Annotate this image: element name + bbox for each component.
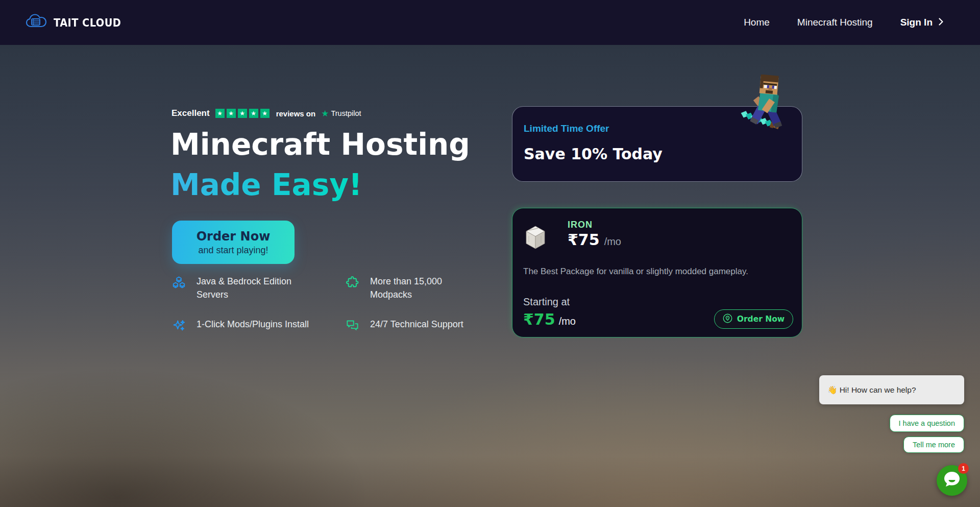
sparkles-icon (172, 319, 186, 332)
feature-label: 1-Click Mods/Plugins Install (197, 318, 309, 331)
page-title-line1: Minecraft Hosting (170, 127, 470, 162)
offer-headline: Save 10% Today (524, 145, 791, 163)
plan-starting-period: /mo (559, 316, 576, 327)
brand-name: TAIT CLOUD (54, 16, 121, 29)
cubes-icon (172, 276, 186, 289)
cta-subtitle: and start playing! (198, 245, 268, 256)
top-navbar: TAIT CLOUD Home Minecraft Hosting Sign I… (0, 0, 980, 45)
chevron-right-icon (939, 17, 943, 28)
sign-in-label: Sign In (900, 17, 933, 28)
nav-link-home[interactable]: Home (744, 17, 770, 28)
nav-links: Home Minecraft Hosting Sign In (744, 17, 943, 28)
plan-starting-price-row: ₹75 /mo (523, 310, 576, 328)
chat-quick-reply-label: I have a question (899, 419, 955, 427)
plan-price-row: ₹75 /mo (568, 231, 621, 249)
chat-greeting-text: 👋 Hi! How can we help? (827, 385, 916, 395)
chat-quick-reply-question[interactable]: I have a question (890, 415, 964, 432)
minecraft-character (739, 75, 794, 133)
trustpilot-star-icon: ★ (238, 109, 247, 118)
sign-in-button[interactable]: Sign In (900, 17, 943, 28)
trustpilot-star-icon: ★ (249, 109, 258, 118)
chat-quick-reply-tell-me-more[interactable]: Tell me more (903, 437, 964, 453)
feature-one-click-install: 1-Click Mods/Plugins Install (172, 318, 346, 332)
puzzle-icon (346, 276, 359, 289)
chat-greeting-bubble: 👋 Hi! How can we help? (819, 375, 964, 404)
feature-list: Java & Bedrock Edition Servers More than… (172, 275, 480, 332)
cloud-server-icon (26, 13, 49, 32)
page-title: Minecraft Hosting Made Easy! (170, 125, 470, 205)
order-now-cta-button[interactable]: Order Now and start playing! (172, 221, 295, 264)
feature-technical-support: 24/7 Technical Support (346, 318, 480, 332)
nav-link-minecraft-hosting[interactable]: Minecraft Hosting (797, 17, 873, 28)
trustpilot-star-icon: ★ (227, 109, 236, 118)
plan-description: The Best Package for vanilla or slightly… (523, 267, 748, 277)
location-pin-icon (723, 313, 732, 325)
trustpilot-star-icon: ★ (260, 109, 270, 118)
rating-prefix: Excellent (172, 108, 210, 118)
chat-quick-reply-label: Tell me more (913, 441, 955, 449)
plan-starting-price: ₹75 (523, 310, 555, 328)
trustpilot-logo-star-icon: ★ (321, 109, 329, 118)
rating-middle-text: reviews on (276, 109, 316, 118)
trustpilot-logo[interactable]: ★ Trustpilot (321, 109, 361, 118)
page-title-line2: Made Easy! (170, 165, 362, 205)
feature-label: More than 15,000 Modpacks (370, 275, 480, 301)
support-chat-icon (346, 319, 359, 332)
trustpilot-logo-text: Trustpilot (331, 109, 361, 117)
chat-launcher-button[interactable]: 1 (937, 465, 967, 496)
feature-modpacks: More than 15,000 Modpacks (346, 275, 480, 301)
chat-bubble-icon (943, 470, 961, 491)
plan-starting-label: Starting at (523, 296, 570, 308)
feature-label: 24/7 Technical Support (370, 318, 463, 331)
trustpilot-stars: ★ ★ ★ ★ ★ (215, 109, 270, 118)
trustpilot-star-icon: ★ (215, 109, 225, 118)
feature-java-bedrock: Java & Bedrock Edition Servers (172, 275, 346, 301)
brand-logo[interactable]: TAIT CLOUD (26, 13, 130, 32)
plan-order-now-label: Order Now (737, 315, 785, 324)
plan-name: IRON (568, 220, 593, 230)
iron-plan-card: IRON ₹75 /mo The Best Package for vanill… (512, 208, 802, 337)
iron-block-icon (526, 226, 545, 249)
cta-title: Order Now (197, 229, 271, 244)
plan-price: ₹75 (568, 231, 600, 249)
plan-price-period: /mo (604, 236, 621, 248)
feature-label: Java & Bedrock Edition Servers (197, 275, 306, 301)
plan-order-now-button[interactable]: Order Now (714, 309, 793, 329)
chat-unread-badge: 1 (958, 463, 969, 474)
trustpilot-rating-row: Excellent ★ ★ ★ ★ ★ reviews on ★ Trustpi… (172, 108, 361, 118)
